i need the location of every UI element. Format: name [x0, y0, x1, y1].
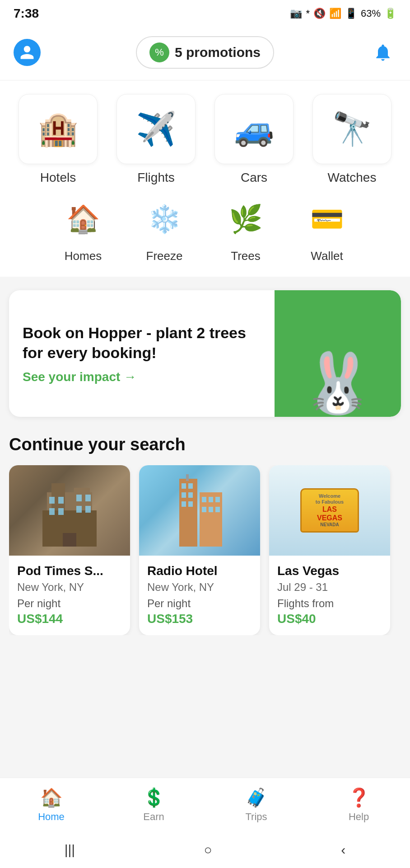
category-freeze[interactable]: ❄️ Freeze [137, 194, 191, 263]
pod-times-body: Pod Times S... New York, NY Per night US… [9, 556, 130, 635]
svg-rect-27 [186, 474, 189, 481]
svg-rect-16 [188, 483, 193, 489]
svg-rect-17 [182, 492, 186, 498]
category-watches[interactable]: 🔭 Watches [312, 94, 391, 185]
building-svg-1 [42, 474, 97, 547]
radio-hotel-location: New York, NY [147, 581, 252, 594]
las-vegas-image: Welcome to Fabulous LAS VEGAS NEVADA [269, 465, 390, 556]
category-cars[interactable]: 🚙 Cars [214, 94, 294, 185]
watches-icon-box: 🔭 [312, 94, 391, 164]
signal-icon: 📱 [345, 8, 357, 19]
promo-text: 5 promotions [175, 45, 261, 60]
pod-times-location: New York, NY [17, 581, 122, 594]
pod-times-name: Pod Times S... [17, 564, 122, 578]
svg-rect-5 [58, 497, 64, 504]
nav-earn[interactable]: 💲 Earn [102, 778, 205, 832]
search-card-las-vegas[interactable]: Welcome to Fabulous LAS VEGAS NEVADA Las… [269, 465, 390, 635]
vegas-photo: Welcome to Fabulous LAS VEGAS NEVADA [269, 465, 390, 556]
nav-help-label: Help [349, 811, 369, 823]
nav-trips[interactable]: 🧳 Trips [205, 778, 308, 832]
nav-home-label: Home [38, 811, 65, 823]
radio-hotel-image [139, 465, 260, 556]
vegas-sign: Welcome to Fabulous LAS VEGAS NEVADA [300, 488, 359, 533]
radio-hotel-price: US$153 [147, 612, 252, 626]
nav-trips-label: Trips [245, 811, 267, 823]
svg-rect-24 [202, 507, 206, 512]
user-avatar-button[interactable] [14, 39, 41, 66]
svg-rect-19 [182, 501, 186, 507]
trees-label: Trees [231, 249, 261, 263]
las-vegas-dates: Jul 29 - 31 [277, 581, 382, 594]
eco-banner[interactable]: Book on Hopper - plant 2 trees for every… [9, 290, 401, 417]
las-vegas-body: Las Vegas Jul 29 - 31 Flights from US$40 [269, 556, 390, 635]
search-card-radio-hotel[interactable]: Radio Hotel New York, NY Per night US$15… [139, 465, 260, 635]
flights-icon-box: ✈️ [116, 94, 196, 164]
category-row-1: 🏨 Hotels ✈️ Flights 🚙 Cars 🔭 Watches [9, 94, 401, 185]
svg-rect-23 [215, 497, 220, 502]
trips-nav-icon: 🧳 [245, 787, 268, 808]
nav-earn-label: Earn [143, 811, 164, 823]
nav-home[interactable]: 🏠 Home [0, 778, 102, 832]
svg-rect-9 [58, 508, 64, 515]
search-cards-container: Pod Times S... New York, NY Per night US… [9, 465, 401, 635]
svg-rect-10 [76, 506, 82, 513]
category-homes[interactable]: 🏠 Homes [56, 194, 110, 263]
hotels-icon-box: 🏨 [19, 94, 98, 164]
pod-times-price: US$144 [17, 612, 122, 626]
category-wallet[interactable]: 💳 Wallet [300, 194, 354, 263]
freeze-label: Freeze [146, 249, 183, 263]
notification-button[interactable] [369, 39, 396, 66]
category-trees[interactable]: 🌿 Trees [219, 194, 273, 263]
svg-rect-6 [76, 495, 82, 501]
wifi-icon: 📶 [329, 8, 341, 19]
search-card-pod-times[interactable]: Pod Times S... New York, NY Per night US… [9, 465, 130, 635]
category-row-2: 🏠 Homes ❄️ Freeze 🌿 Trees 💳 Wallet [9, 194, 401, 263]
pod-times-image [9, 465, 130, 556]
bottom-navigation: 🏠 Home 💲 Earn 🧳 Trips ❓ Help [0, 778, 410, 832]
header: % 5 promotions [0, 27, 410, 80]
battery-text: 63% [361, 8, 381, 19]
radio-hotel-per-night: Per night [147, 597, 252, 610]
homes-icon: 🏠 [56, 194, 110, 244]
categories-section: 🏨 Hotels ✈️ Flights 🚙 Cars 🔭 Watches 🏠 H… [0, 80, 410, 277]
svg-rect-26 [215, 507, 220, 512]
category-hotels[interactable]: 🏨 Hotels [19, 94, 98, 185]
continue-search-title: Continue your search [9, 435, 401, 454]
camera-icon: 📷 [290, 8, 302, 19]
pod-times-per-night: Per night [17, 597, 122, 610]
promo-icon: % [149, 42, 169, 62]
category-flights[interactable]: ✈️ Flights [116, 94, 196, 185]
homes-label: Homes [65, 249, 102, 263]
nav-menu-button[interactable]: ||| [65, 842, 75, 858]
nav-home-button[interactable]: ○ [204, 842, 212, 858]
svg-rect-11 [85, 506, 91, 513]
banner-link[interactable]: See your impact → [23, 370, 261, 384]
promotions-badge[interactable]: % 5 promotions [136, 36, 274, 69]
continue-search-section: Continue your search [0, 430, 410, 649]
las-vegas-name: Las Vegas [277, 564, 382, 578]
nav-help[interactable]: ❓ Help [308, 778, 410, 832]
status-icons: 📷 * 🔇 📶 📱 63% 🔋 [290, 8, 396, 19]
svg-rect-13 [179, 479, 197, 547]
svg-rect-7 [85, 495, 91, 501]
bluetooth-icon: * [306, 8, 310, 19]
las-vegas-price: US$40 [277, 612, 382, 626]
cars-label: Cars [241, 170, 267, 185]
status-time: 7:38 [14, 6, 39, 21]
svg-rect-12 [63, 533, 76, 547]
user-icon [19, 44, 35, 61]
help-nav-icon: ❓ [348, 787, 370, 808]
svg-rect-4 [49, 497, 55, 504]
status-bar: 7:38 📷 * 🔇 📶 📱 63% 🔋 [0, 0, 410, 27]
earn-nav-icon: 💲 [143, 787, 165, 808]
banner-content: Book on Hopper - plant 2 trees for every… [9, 290, 275, 417]
svg-rect-8 [49, 508, 55, 515]
flights-label: Flights [137, 170, 174, 185]
banner-title: Book on Hopper - plant 2 trees for every… [23, 323, 261, 363]
watches-label: Watches [328, 170, 377, 185]
radio-hotel-body: Radio Hotel New York, NY Per night US$15… [139, 556, 260, 635]
svg-rect-21 [202, 497, 206, 502]
nav-back-button[interactable]: ‹ [341, 842, 345, 858]
svg-rect-22 [209, 497, 213, 502]
system-nav-bar: ||| ○ ‹ [0, 832, 410, 868]
